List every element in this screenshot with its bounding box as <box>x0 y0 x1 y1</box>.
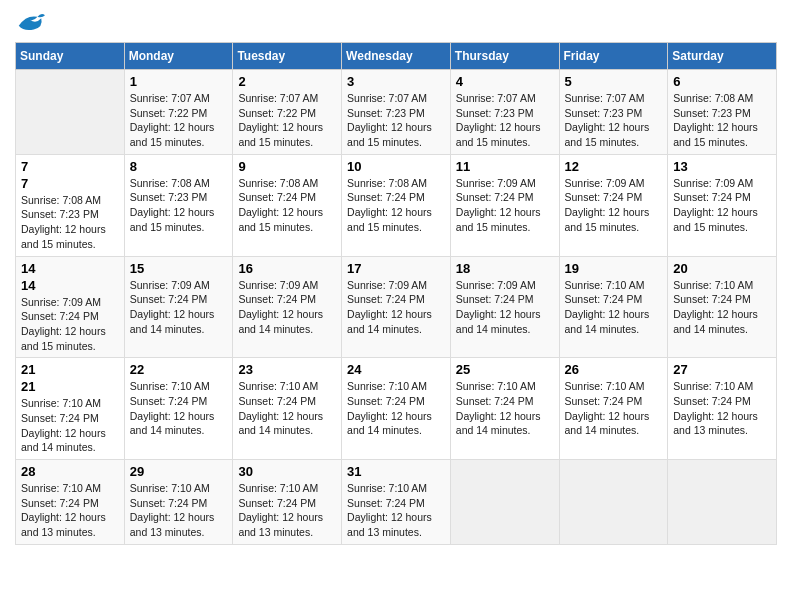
calendar-cell: 13Sunrise: 7:09 AM Sunset: 7:24 PM Dayli… <box>668 154 777 256</box>
weekday-header-friday: Friday <box>559 43 668 70</box>
calendar-cell: 24Sunrise: 7:10 AM Sunset: 7:24 PM Dayli… <box>342 358 451 460</box>
day-info: Sunrise: 7:08 AM Sunset: 7:23 PM Dayligh… <box>21 193 119 252</box>
day-number: 30 <box>238 464 336 479</box>
day-number: 25 <box>456 362 554 377</box>
day-info: Sunrise: 7:09 AM Sunset: 7:24 PM Dayligh… <box>238 278 336 337</box>
day-info: Sunrise: 7:07 AM Sunset: 7:23 PM Dayligh… <box>456 91 554 150</box>
day-info: Sunrise: 7:10 AM Sunset: 7:24 PM Dayligh… <box>21 396 119 455</box>
day-number: 21 <box>21 362 119 377</box>
logo-bird-icon <box>15 10 45 34</box>
day-number: 7 <box>21 176 119 191</box>
calendar-week-4: 2121Sunrise: 7:10 AM Sunset: 7:24 PM Day… <box>16 358 777 460</box>
day-number: 8 <box>130 159 228 174</box>
day-number: 23 <box>238 362 336 377</box>
calendar-cell: 12Sunrise: 7:09 AM Sunset: 7:24 PM Dayli… <box>559 154 668 256</box>
calendar-cell: 20Sunrise: 7:10 AM Sunset: 7:24 PM Dayli… <box>668 256 777 358</box>
calendar-cell: 31Sunrise: 7:10 AM Sunset: 7:24 PM Dayli… <box>342 460 451 545</box>
calendar-cell <box>668 460 777 545</box>
day-info: Sunrise: 7:09 AM Sunset: 7:24 PM Dayligh… <box>21 295 119 354</box>
calendar-cell: 25Sunrise: 7:10 AM Sunset: 7:24 PM Dayli… <box>450 358 559 460</box>
day-info: Sunrise: 7:10 AM Sunset: 7:24 PM Dayligh… <box>347 481 445 540</box>
day-info: Sunrise: 7:10 AM Sunset: 7:24 PM Dayligh… <box>673 278 771 337</box>
calendar-cell: 77Sunrise: 7:08 AM Sunset: 7:23 PM Dayli… <box>16 154 125 256</box>
day-number: 10 <box>347 159 445 174</box>
day-number: 19 <box>565 261 663 276</box>
calendar-cell: 15Sunrise: 7:09 AM Sunset: 7:24 PM Dayli… <box>124 256 233 358</box>
day-number: 31 <box>347 464 445 479</box>
day-number: 20 <box>673 261 771 276</box>
weekday-header-row: SundayMondayTuesdayWednesdayThursdayFrid… <box>16 43 777 70</box>
day-info: Sunrise: 7:09 AM Sunset: 7:24 PM Dayligh… <box>347 278 445 337</box>
calendar-cell: 2121Sunrise: 7:10 AM Sunset: 7:24 PM Day… <box>16 358 125 460</box>
calendar-cell: 5Sunrise: 7:07 AM Sunset: 7:23 PM Daylig… <box>559 70 668 155</box>
day-info: Sunrise: 7:10 AM Sunset: 7:24 PM Dayligh… <box>565 379 663 438</box>
calendar-cell: 30Sunrise: 7:10 AM Sunset: 7:24 PM Dayli… <box>233 460 342 545</box>
day-number: 26 <box>565 362 663 377</box>
calendar-cell: 29Sunrise: 7:10 AM Sunset: 7:24 PM Dayli… <box>124 460 233 545</box>
calendar-cell: 2Sunrise: 7:07 AM Sunset: 7:22 PM Daylig… <box>233 70 342 155</box>
calendar-week-2: 77Sunrise: 7:08 AM Sunset: 7:23 PM Dayli… <box>16 154 777 256</box>
day-info: Sunrise: 7:09 AM Sunset: 7:24 PM Dayligh… <box>456 176 554 235</box>
weekday-header-thursday: Thursday <box>450 43 559 70</box>
day-info: Sunrise: 7:07 AM Sunset: 7:22 PM Dayligh… <box>130 91 228 150</box>
day-info: Sunrise: 7:09 AM Sunset: 7:24 PM Dayligh… <box>130 278 228 337</box>
day-number: 9 <box>238 159 336 174</box>
day-info: Sunrise: 7:10 AM Sunset: 7:24 PM Dayligh… <box>238 379 336 438</box>
day-number: 3 <box>347 74 445 89</box>
day-number: 12 <box>565 159 663 174</box>
calendar-cell: 27Sunrise: 7:10 AM Sunset: 7:24 PM Dayli… <box>668 358 777 460</box>
calendar-cell <box>16 70 125 155</box>
day-info: Sunrise: 7:10 AM Sunset: 7:24 PM Dayligh… <box>673 379 771 438</box>
day-number: 1 <box>130 74 228 89</box>
weekday-header-wednesday: Wednesday <box>342 43 451 70</box>
day-number: 21 <box>21 379 119 394</box>
calendar-cell: 17Sunrise: 7:09 AM Sunset: 7:24 PM Dayli… <box>342 256 451 358</box>
calendar-week-1: 1Sunrise: 7:07 AM Sunset: 7:22 PM Daylig… <box>16 70 777 155</box>
calendar-cell: 10Sunrise: 7:08 AM Sunset: 7:24 PM Dayli… <box>342 154 451 256</box>
day-info: Sunrise: 7:10 AM Sunset: 7:24 PM Dayligh… <box>130 379 228 438</box>
day-number: 5 <box>565 74 663 89</box>
day-info: Sunrise: 7:07 AM Sunset: 7:23 PM Dayligh… <box>565 91 663 150</box>
calendar-cell: 8Sunrise: 7:08 AM Sunset: 7:23 PM Daylig… <box>124 154 233 256</box>
weekday-header-monday: Monday <box>124 43 233 70</box>
calendar-cell: 16Sunrise: 7:09 AM Sunset: 7:24 PM Dayli… <box>233 256 342 358</box>
day-info: Sunrise: 7:10 AM Sunset: 7:24 PM Dayligh… <box>238 481 336 540</box>
calendar-cell: 3Sunrise: 7:07 AM Sunset: 7:23 PM Daylig… <box>342 70 451 155</box>
calendar-cell: 1Sunrise: 7:07 AM Sunset: 7:22 PM Daylig… <box>124 70 233 155</box>
calendar-cell: 18Sunrise: 7:09 AM Sunset: 7:24 PM Dayli… <box>450 256 559 358</box>
calendar-cell: 28Sunrise: 7:10 AM Sunset: 7:24 PM Dayli… <box>16 460 125 545</box>
day-number: 28 <box>21 464 119 479</box>
day-info: Sunrise: 7:08 AM Sunset: 7:24 PM Dayligh… <box>347 176 445 235</box>
calendar-cell <box>450 460 559 545</box>
day-info: Sunrise: 7:10 AM Sunset: 7:24 PM Dayligh… <box>456 379 554 438</box>
calendar-cell: 6Sunrise: 7:08 AM Sunset: 7:23 PM Daylig… <box>668 70 777 155</box>
calendar-cell: 4Sunrise: 7:07 AM Sunset: 7:23 PM Daylig… <box>450 70 559 155</box>
calendar-week-3: 1414Sunrise: 7:09 AM Sunset: 7:24 PM Day… <box>16 256 777 358</box>
day-info: Sunrise: 7:10 AM Sunset: 7:24 PM Dayligh… <box>130 481 228 540</box>
day-number: 14 <box>21 261 119 276</box>
day-info: Sunrise: 7:10 AM Sunset: 7:24 PM Dayligh… <box>347 379 445 438</box>
calendar-cell: 26Sunrise: 7:10 AM Sunset: 7:24 PM Dayli… <box>559 358 668 460</box>
calendar-cell: 19Sunrise: 7:10 AM Sunset: 7:24 PM Dayli… <box>559 256 668 358</box>
day-number: 13 <box>673 159 771 174</box>
weekday-header-tuesday: Tuesday <box>233 43 342 70</box>
day-info: Sunrise: 7:08 AM Sunset: 7:24 PM Dayligh… <box>238 176 336 235</box>
calendar-cell <box>559 460 668 545</box>
day-info: Sunrise: 7:08 AM Sunset: 7:23 PM Dayligh… <box>673 91 771 150</box>
logo <box>15 10 49 34</box>
day-number: 18 <box>456 261 554 276</box>
day-info: Sunrise: 7:09 AM Sunset: 7:24 PM Dayligh… <box>456 278 554 337</box>
calendar-cell: 9Sunrise: 7:08 AM Sunset: 7:24 PM Daylig… <box>233 154 342 256</box>
day-info: Sunrise: 7:07 AM Sunset: 7:22 PM Dayligh… <box>238 91 336 150</box>
day-info: Sunrise: 7:10 AM Sunset: 7:24 PM Dayligh… <box>21 481 119 540</box>
day-number: 11 <box>456 159 554 174</box>
calendar-cell: 23Sunrise: 7:10 AM Sunset: 7:24 PM Dayli… <box>233 358 342 460</box>
weekday-header-sunday: Sunday <box>16 43 125 70</box>
day-info: Sunrise: 7:09 AM Sunset: 7:24 PM Dayligh… <box>565 176 663 235</box>
day-info: Sunrise: 7:08 AM Sunset: 7:23 PM Dayligh… <box>130 176 228 235</box>
day-number: 7 <box>21 159 119 174</box>
calendar-cell: 22Sunrise: 7:10 AM Sunset: 7:24 PM Dayli… <box>124 358 233 460</box>
weekday-header-saturday: Saturday <box>668 43 777 70</box>
page-header <box>15 10 777 34</box>
day-info: Sunrise: 7:10 AM Sunset: 7:24 PM Dayligh… <box>565 278 663 337</box>
